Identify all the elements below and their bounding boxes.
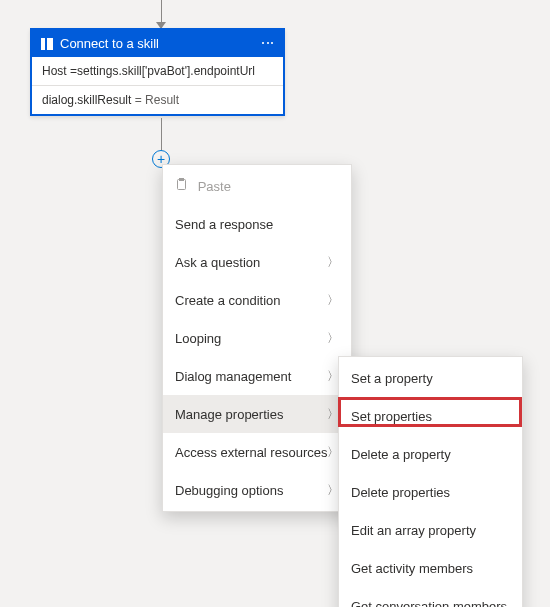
submenu-get-activity-members-label: Get activity members [351,561,473,576]
result-eq: = [131,93,145,107]
submenu-get-conversation-members[interactable]: Get conversation members [339,587,522,607]
skill-node-title: Connect to a skill [60,36,255,51]
submenu-edit-array-property[interactable]: Edit an array property [339,511,522,549]
submenu-get-conversation-members-label: Get conversation members [351,599,507,608]
menu-access-external-label: Access external resources [175,445,327,460]
submenu-set-a-property[interactable]: Set a property [339,359,522,397]
menu-create-condition-label: Create a condition [175,293,281,308]
submenu-delete-properties[interactable]: Delete properties [339,473,522,511]
chevron-right-icon: 〉 [327,254,339,271]
menu-ask-question[interactable]: Ask a question 〉 [163,243,351,281]
submenu-delete-a-property[interactable]: Delete a property [339,435,522,473]
skill-node-header[interactable]: Connect to a skill ⋮ [32,30,283,57]
submenu-set-a-property-label: Set a property [351,371,433,386]
paste-icon [175,178,188,191]
menu-dialog-management[interactable]: Dialog management 〉 [163,357,351,395]
submenu-edit-array-property-label: Edit an array property [351,523,476,538]
host-label: Host [42,64,70,78]
chevron-right-icon: 〉 [327,330,339,347]
edge-out [161,118,162,153]
submenu-set-properties-label: Set properties [351,409,432,424]
skill-node[interactable]: Connect to a skill ⋮ Host =settings.skil… [30,28,285,116]
menu-ask-question-label: Ask a question [175,255,260,270]
svg-rect-0 [41,38,45,50]
menu-manage-properties-label: Manage properties [175,407,283,422]
node-more-icon[interactable]: ⋮ [261,36,275,51]
menu-looping-label: Looping [175,331,221,346]
action-menu: Paste Send a response Ask a question 〉 C… [162,164,352,512]
node-row-host: Host =settings.skill['pvaBot'].endpointU… [32,57,283,85]
menu-create-condition[interactable]: Create a condition 〉 [163,281,351,319]
menu-manage-properties[interactable]: Manage properties 〉 [163,395,351,433]
submenu-delete-properties-label: Delete properties [351,485,450,500]
menu-debugging-options-label: Debugging options [175,483,283,498]
submenu-set-properties[interactable]: Set properties [339,397,522,435]
host-value: =settings.skill['pvaBot'].endpointUrl [70,64,255,78]
menu-paste: Paste [163,167,351,205]
result-field: dialog.skillResult [42,93,131,107]
chevron-right-icon: 〉 [327,292,339,309]
submenu-delete-a-property-label: Delete a property [351,447,451,462]
menu-send-response-label: Send a response [175,217,273,232]
menu-send-response[interactable]: Send a response [163,205,351,243]
result-value: Result [145,93,179,107]
submenu-manage-properties: Set a property Set properties Delete a p… [338,356,523,607]
menu-debugging-options[interactable]: Debugging options 〉 [163,471,351,509]
menu-access-external[interactable]: Access external resources 〉 [163,433,351,471]
skill-icon [40,37,54,51]
svg-rect-1 [47,38,53,50]
skill-node-body: Host =settings.skill['pvaBot'].endpointU… [32,57,283,114]
menu-dialog-management-label: Dialog management [175,369,291,384]
submenu-get-activity-members[interactable]: Get activity members [339,549,522,587]
menu-paste-label: Paste [198,179,231,194]
menu-looping[interactable]: Looping 〉 [163,319,351,357]
node-row-result: dialog.skillResult = Result [32,85,283,114]
